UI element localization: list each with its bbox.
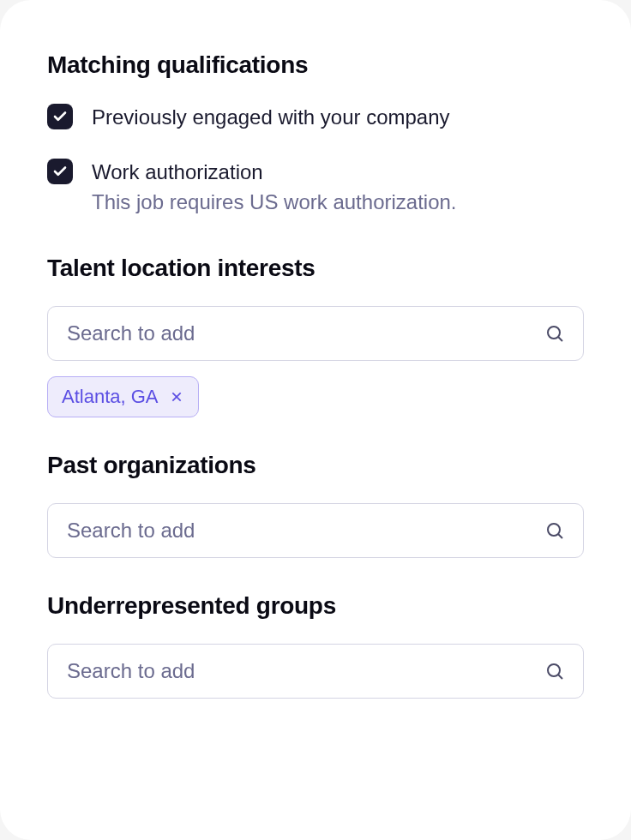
qualification-label: Work authorization [92, 158, 457, 187]
matching-title: Matching qualifications [47, 51, 584, 79]
groups-search-input[interactable] [47, 644, 584, 699]
organizations-title: Past organizations [47, 452, 584, 479]
checkbox-work-auth[interactable] [47, 159, 73, 184]
checkbox-content: Previously engaged with your company [92, 103, 450, 132]
close-icon [170, 390, 183, 404]
locations-search-input[interactable] [47, 306, 584, 361]
qualification-label: Previously engaged with your company [92, 103, 450, 132]
qualification-row-work-auth: Work authorization This job requires US … [47, 158, 584, 217]
qualification-subtext: This job requires US work authorization. [92, 188, 457, 217]
organizations-section: Past organizations [47, 452, 584, 558]
groups-section: Underrepresented groups [47, 592, 584, 699]
check-icon [52, 164, 68, 179]
organizations-search-input[interactable] [47, 503, 584, 558]
checkbox-engaged[interactable] [47, 104, 73, 129]
chip-label: Atlanta, GA [62, 386, 159, 408]
locations-title: Talent location interests [47, 255, 584, 282]
checkbox-content: Work authorization This job requires US … [92, 158, 457, 217]
filters-card: Matching qualifications Previously engag… [0, 0, 631, 840]
location-chip: Atlanta, GA [47, 376, 199, 417]
qualification-row-engaged: Previously engaged with your company [47, 103, 584, 132]
check-icon [52, 109, 68, 124]
groups-title: Underrepresented groups [47, 592, 584, 620]
groups-search-wrapper [47, 644, 584, 699]
matching-section: Matching qualifications Previously engag… [47, 51, 584, 217]
locations-section: Talent location interests Atlanta, GA [47, 255, 584, 417]
chip-remove-button[interactable] [169, 389, 184, 405]
locations-search-wrapper [47, 306, 584, 361]
organizations-search-wrapper [47, 503, 584, 558]
